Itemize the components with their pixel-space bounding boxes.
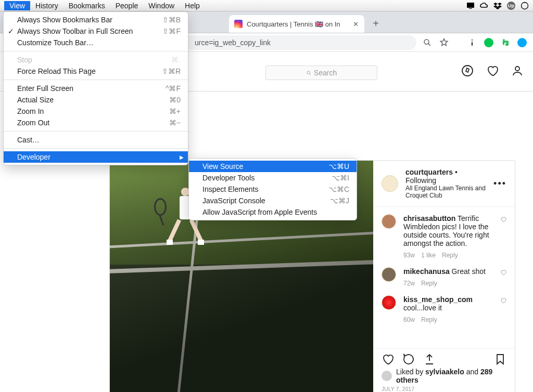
menu-item[interactable]: Always Show Toolbar in Full Screen⇧⌘F [4, 25, 188, 37]
menubar-help[interactable]: Help [180, 1, 205, 10]
location-link[interactable]: All England Lawn Tennis and Croquet Club [405, 185, 486, 199]
commenter-avatar[interactable] [382, 214, 396, 229]
menubar-window[interactable]: Window [143, 1, 180, 10]
commenter-avatar[interactable] [382, 295, 396, 310]
svg-line-6 [309, 73, 311, 75]
menu-item-label: Always Show Bookmarks Bar [17, 16, 112, 24]
comment-text: Great shot [452, 267, 486, 276]
activity-heart-icon[interactable] [486, 64, 499, 77]
menu-item[interactable]: Enter Full Screen^⌘F [4, 83, 188, 94]
liker-avatar [382, 371, 392, 381]
menu-item[interactable]: Allow JavaScript from Apple Events [189, 206, 357, 218]
comment-icon[interactable] [402, 353, 415, 365]
author-username[interactable]: courtquarters [405, 168, 453, 176]
menu-item[interactable]: Zoom Out⌘− [4, 117, 188, 128]
menu-item[interactable]: Actual Size⌘0 [4, 94, 188, 106]
like-comment-icon[interactable] [500, 297, 506, 304]
commenter-username[interactable]: chrisasabutton [403, 214, 455, 223]
comment-reply[interactable]: Reply [421, 316, 437, 323]
share-icon[interactable] [423, 353, 436, 365]
save-icon[interactable] [494, 353, 506, 365]
menu-item-shortcut: ⌥⌘U [328, 162, 349, 171]
comment-item: chrisasabutton Terrific Wimbledon pics! … [382, 210, 506, 263]
svg-line-4 [428, 43, 430, 45]
comments-list: chrisasabutton Terrific Wimbledon pics! … [373, 207, 515, 348]
menu-item-label: Developer [17, 153, 50, 161]
commenter-username[interactable]: mikechanusa [403, 267, 450, 276]
extension-icon[interactable] [517, 38, 527, 47]
menu-item[interactable]: Inspect Elements⌥⌘C [189, 184, 357, 195]
menu-item[interactable]: Zoom In⌘+ [4, 106, 188, 117]
menu-item-label: Cast… [17, 136, 40, 144]
profile-icon[interactable] [511, 64, 524, 77]
menu-item: Stop⌘. [4, 54, 188, 66]
menubar-view[interactable]: View [4, 1, 30, 10]
svg-point-3 [424, 40, 429, 44]
menu-item[interactable]: JavaScript Console⌥⌘J [189, 195, 357, 206]
comment-reply[interactable]: Reply [421, 280, 437, 287]
menu-item-label: Zoom Out [17, 119, 49, 127]
menu-item-label: Inspect Elements [202, 185, 258, 193]
explore-icon[interactable] [461, 64, 474, 77]
author-avatar[interactable] [382, 175, 398, 192]
comment-age: 72w [403, 280, 415, 287]
menu-item-shortcut: ⌘. [171, 56, 181, 64]
impactana-extension-icon[interactable] [467, 38, 477, 47]
svg-point-7 [462, 66, 473, 76]
menubar-history[interactable]: History [30, 1, 64, 10]
menu-item-shortcut: ⌥⌘J [330, 197, 349, 205]
like-comment-icon[interactable] [500, 216, 506, 223]
menu-item-label: Developer Tools [202, 174, 255, 182]
menu-item[interactable]: Force Reload This Page⇧⌘R [4, 66, 188, 77]
comment-likes[interactable]: 1 like [421, 252, 436, 259]
like-comment-icon[interactable] [500, 269, 506, 276]
menubar-bookmarks[interactable]: Bookmarks [64, 1, 110, 10]
instagram-favicon [234, 20, 243, 28]
svg-point-2 [522, 2, 528, 9]
close-icon[interactable]: ✕ [352, 20, 359, 28]
likes-summary[interactable]: Liked by sylviaakelo and 289 others [373, 367, 515, 385]
comment-item: kiss_me_shop_com cool...love it 60w Repl… [382, 291, 506, 328]
post-sidebar: courtquarters • Following All England La… [373, 161, 515, 392]
comment-reply[interactable]: Reply [442, 252, 458, 259]
menu-item[interactable]: View Source⌥⌘U [189, 161, 357, 172]
upwork-icon[interactable]: Up [507, 2, 515, 10]
grammarly-extension-icon[interactable] [484, 38, 493, 47]
menu-item[interactable]: Developer Tools⌥⌘I [189, 172, 357, 184]
dropbox-icon[interactable] [493, 2, 502, 10]
new-tab-button[interactable]: + [369, 16, 383, 31]
search-input[interactable]: Search [265, 66, 377, 80]
menu-item-label: Zoom In [17, 107, 44, 115]
tab-label: Courtquarters | Tennis 🇬🇧 on In [247, 20, 348, 28]
menu-item[interactable]: Customize Touch Bar… [4, 37, 188, 48]
tab-instagram[interactable]: Courtquarters | Tennis 🇬🇧 on In ✕ [229, 15, 364, 33]
menu-item-shortcut: ⌥⌘C [328, 185, 349, 193]
svg-point-5 [307, 71, 310, 74]
evernote-extension-icon[interactable] [501, 38, 510, 47]
menu-item-label: Enter Full Screen [17, 84, 73, 93]
comment-text: cool...love it [403, 304, 442, 312]
like-icon[interactable] [382, 353, 394, 365]
menubar-people[interactable]: People [110, 1, 144, 10]
liker-username[interactable]: sylviaakelo [425, 368, 464, 376]
menu-item[interactable]: Developer [4, 151, 188, 163]
search-omnibox-icon[interactable] [423, 38, 432, 47]
svg-point-8 [515, 67, 519, 71]
creative-cloud-icon[interactable] [480, 2, 488, 10]
menu-item[interactable]: Always Show Bookmarks Bar⇧⌘B [4, 14, 188, 25]
screenshare-icon[interactable] [466, 2, 475, 10]
comment-age: 60w [403, 316, 415, 323]
menu-item-label: Customize Touch Bar… [17, 38, 94, 47]
commenter-username[interactable]: kiss_me_shop_com [403, 295, 473, 304]
menu-item[interactable]: Cast… [4, 134, 188, 146]
comment-age: 93w [403, 252, 415, 259]
menu-item-shortcut: ^⌘F [166, 84, 181, 93]
commenter-avatar[interactable] [382, 267, 396, 282]
menu-item-shortcut: ⌘0 [169, 96, 181, 104]
menu-item-label: Force Reload This Page [17, 67, 96, 75]
menu-item-label: Stop [17, 56, 32, 64]
more-options-icon[interactable]: ••• [493, 178, 506, 189]
siri-icon[interactable] [521, 2, 529, 10]
post-header: courtquarters • Following All England La… [373, 161, 515, 207]
bookmark-star-icon[interactable] [439, 38, 449, 47]
